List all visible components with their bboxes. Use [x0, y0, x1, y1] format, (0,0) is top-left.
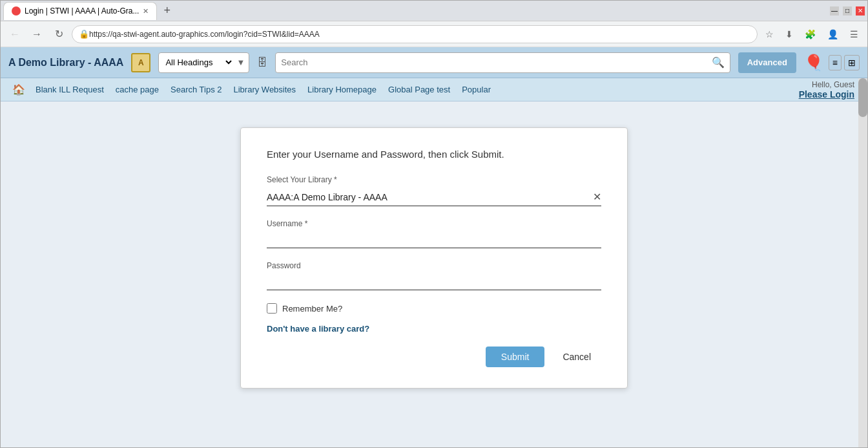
menu-button[interactable]: ☰: [846, 28, 862, 41]
password-group: Password: [267, 261, 601, 290]
header-right: 🎈 ≡ ⊞: [804, 54, 860, 72]
profile-button[interactable]: 👤: [823, 28, 842, 41]
address-bar[interactable]: 🔒 https://qa-stwi-agent.auto-graphics.co…: [72, 25, 758, 43]
search-button[interactable]: 🔍: [712, 56, 725, 69]
username-group: Username *: [267, 219, 601, 248]
balloon-icon: 🎈: [804, 54, 823, 72]
scrollbar-thumb[interactable]: [858, 78, 867, 117]
password-input[interactable]: [267, 274, 601, 290]
nav-search-tips[interactable]: Search Tips 2: [165, 82, 227, 97]
login-dialog: Enter your Username and Password, then c…: [240, 127, 628, 389]
home-button[interactable]: 🏠: [8, 81, 29, 98]
browser-toolbar: ← → ↻ 🔒 https://qa-stwi-agent.auto-graph…: [1, 21, 867, 47]
title-bar: Login | STWI | AAAA | Auto-Gra... ✕ + — …: [1, 1, 867, 21]
clear-library-button[interactable]: ✕: [593, 191, 601, 203]
selected-library-value: AAAA:A Demo Library - AAAA: [267, 192, 593, 202]
submit-button[interactable]: Submit: [486, 347, 545, 367]
tab-favicon: [12, 6, 21, 16]
select-library-group: Select Your Library * AAAA:A Demo Librar…: [267, 175, 601, 206]
view-toggle: ≡ ⊞: [829, 55, 860, 70]
new-tab-button[interactable]: +: [158, 4, 176, 17]
nav-login: Hello, Guest Please Login: [799, 80, 860, 100]
downloads-button[interactable]: ⬇: [781, 28, 797, 41]
search-input-wrapper: 🔍: [275, 52, 730, 73]
database-icon: 🗄: [257, 57, 267, 69]
scrollbar[interactable]: [858, 78, 867, 447]
nav-blank-ill[interactable]: Blank ILL Request: [30, 82, 109, 97]
app-title: A Demo Library - AAAA: [8, 57, 123, 69]
nav-library-homepage[interactable]: Library Homepage: [302, 82, 382, 97]
title-bar-left: Login | STWI | AAAA | Auto-Gra... ✕ +: [3, 2, 176, 20]
minimize-button[interactable]: —: [830, 6, 839, 16]
nav-bar: 🏠 Blank ILL Request cache page Search Ti…: [1, 78, 867, 101]
browser-window: Login | STWI | AAAA | Auto-Gra... ✕ + — …: [0, 0, 868, 448]
forward-button[interactable]: →: [28, 25, 46, 43]
logo-icon: A: [131, 53, 150, 72]
back-button[interactable]: ←: [6, 25, 24, 43]
nav-library-websites[interactable]: Library Websites: [229, 82, 302, 97]
remember-me-row: Remember Me?: [267, 303, 601, 314]
chevron-down-icon: ▼: [236, 58, 245, 67]
username-label: Username *: [267, 219, 601, 228]
login-intro-text: Enter your Username and Password, then c…: [267, 149, 601, 160]
bookmark-button[interactable]: ☆: [761, 28, 778, 41]
tab-title: Login | STWI | AAAA | Auto-Gra...: [25, 6, 139, 16]
library-select-wrapper: AAAA:A Demo Library - AAAA ✕: [267, 188, 601, 206]
secure-icon: 🔒: [79, 29, 89, 39]
search-type-select[interactable]: All Headings Keyword Title Author Subjec…: [163, 57, 234, 68]
browser-tab[interactable]: Login | STWI | AAAA | Auto-Gra... ✕: [3, 2, 157, 20]
close-button[interactable]: ✕: [856, 6, 865, 16]
search-input[interactable]: [281, 58, 707, 67]
window-controls: — □ ✕: [830, 6, 865, 16]
main-content: Enter your Username and Password, then c…: [1, 101, 867, 447]
reload-button[interactable]: ↻: [50, 25, 68, 43]
remember-me-label: Remember Me?: [282, 304, 342, 314]
no-card-section: Don't have a library card?: [267, 324, 601, 334]
app-header: A Demo Library - AAAA A All Headings Key…: [1, 47, 867, 78]
maximize-button[interactable]: □: [843, 6, 852, 16]
no-card-link[interactable]: Don't have a library card?: [267, 324, 369, 334]
nav-global-page-test[interactable]: Global Page test: [383, 82, 455, 97]
url-text: https://qa-stwi-agent.auto-graphics.com/…: [89, 30, 750, 39]
remember-me-checkbox[interactable]: [267, 303, 277, 314]
extensions-button[interactable]: 🧩: [801, 28, 820, 41]
select-library-label: Select Your Library *: [267, 175, 601, 184]
nav-cache-page[interactable]: cache page: [110, 82, 164, 97]
please-login-button[interactable]: Please Login: [799, 89, 854, 100]
password-label: Password: [267, 261, 601, 270]
dialog-buttons: Submit Cancel: [267, 347, 601, 367]
nav-popular[interactable]: Popular: [457, 82, 496, 97]
advanced-search-button[interactable]: Advanced: [738, 52, 796, 73]
username-input[interactable]: [267, 232, 601, 248]
hello-guest-text: Hello, Guest: [799, 80, 854, 89]
grid-view-button[interactable]: ⊞: [844, 55, 860, 70]
cancel-button[interactable]: Cancel: [552, 347, 601, 367]
list-view-button[interactable]: ≡: [829, 55, 842, 70]
tab-close-button[interactable]: ✕: [143, 7, 149, 16]
search-dropdown-wrapper[interactable]: All Headings Keyword Title Author Subjec…: [158, 52, 249, 73]
